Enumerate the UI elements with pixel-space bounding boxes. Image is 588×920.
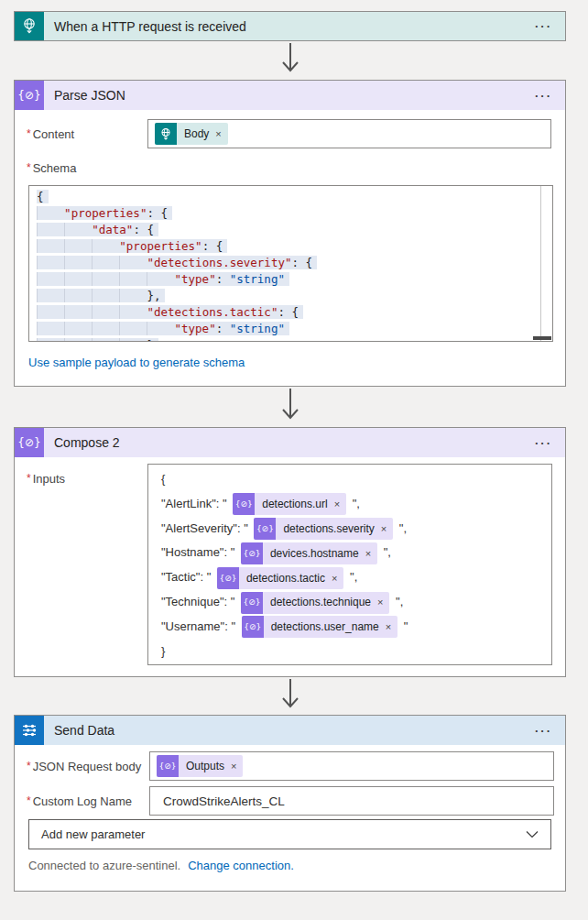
inputs-label: *Inputs — [27, 464, 147, 665]
token-detections.user_name[interactable]: {⊘}detections.user_name× — [242, 616, 398, 638]
token-detections.technique[interactable]: {⊘}detections.technique× — [241, 592, 390, 614]
compose-menu-button[interactable]: ··· — [522, 428, 565, 457]
token-remove-icon[interactable]: × — [361, 542, 377, 564]
inputs-editor[interactable]: { "AlertLink": " {⊘}detections.url× ","A… — [147, 464, 552, 665]
compose-card: {⊘} Compose 2 ··· *Inputs { "AlertLink":… — [14, 427, 566, 677]
compose-row: "Hostname": " {⊘}devices.hostname× ", — [161, 541, 551, 565]
token-label: detections.url — [255, 493, 329, 515]
token-detections.severity[interactable]: {⊘}detections.severity× — [254, 518, 393, 540]
data-operation-icon: {⊘} — [241, 592, 263, 614]
connector-arrow — [14, 677, 566, 715]
schema-code-line: } — [37, 337, 552, 342]
sliders-icon — [15, 716, 44, 745]
data-operation-icon: {⊘} — [15, 81, 44, 110]
data-operation-icon: {⊘} — [217, 567, 239, 589]
parse-json-card: {⊘} Parse JSON ··· *Content — [14, 80, 566, 387]
data-operation-icon: {⊘} — [233, 493, 255, 515]
compose-open-brace: { — [161, 467, 551, 492]
schema-code-line: "properties": { — [37, 238, 552, 255]
parse-json-title: Parse JSON — [44, 81, 522, 110]
token-devices.hostname[interactable]: {⊘}devices.hostname× — [241, 542, 377, 564]
parse-json-menu-button[interactable]: ··· — [522, 81, 565, 110]
log-name-input[interactable]: CrowdStrikeAlerts_CL — [149, 786, 554, 816]
schema-code-line: "detections.severity": { — [37, 255, 552, 271]
token-label: Outputs — [179, 760, 226, 772]
compose-row: "AlertSeverity": " {⊘}detections.severit… — [161, 517, 551, 542]
log-name-label: *Custom Log Name — [27, 786, 149, 816]
connection-row: Connected to azure-sentinel.Change conne… — [28, 859, 551, 872]
compose-row: "Technique": " {⊘}detections.technique× … — [161, 590, 551, 615]
send-data-title: Send Data — [44, 716, 522, 745]
token-body[interactable]: Body × — [155, 123, 228, 145]
token-label: detections.user_name — [264, 616, 381, 638]
trigger-menu-button[interactable]: ··· — [522, 12, 565, 40]
content-field-row: *Content Body × — [15, 119, 565, 148]
inputs-field-row: *Inputs { "AlertLink": " {⊘}detections.u… — [15, 464, 565, 665]
token-remove-icon[interactable]: × — [226, 761, 243, 772]
log-name-field-row: *Custom Log Name CrowdStrikeAlerts_CL — [15, 786, 565, 816]
trigger-title: When a HTTP request is received — [44, 12, 522, 40]
required-marker: * — [27, 472, 31, 485]
send-data-card: Send Data ··· *JSON Request body {⊘} Out… — [14, 715, 566, 892]
json-body-input[interactable]: {⊘} Outputs × — [149, 751, 554, 781]
json-body-field-row: *JSON Request body {⊘} Outputs × — [15, 751, 565, 781]
compose-row: "AlertLink": " {⊘}detections.url× ", — [161, 492, 551, 517]
compose-header[interactable]: {⊘} Compose 2 ··· — [15, 428, 565, 457]
flow-canvas: When a HTTP request is received ··· {⊘} … — [0, 0, 588, 920]
token-detections.tactic[interactable]: {⊘}detections.tactic× — [217, 567, 343, 589]
connection-status: Connected to azure-sentinel. — [28, 859, 180, 872]
token-remove-icon[interactable]: × — [327, 567, 343, 589]
token-remove-icon[interactable]: × — [330, 493, 346, 515]
required-marker: * — [27, 127, 31, 140]
add-parameter-dropdown[interactable]: Add new parameter — [28, 819, 551, 849]
chevron-down-icon — [526, 830, 539, 838]
token-remove-icon[interactable]: × — [376, 518, 393, 540]
compose-title: Compose 2 — [44, 428, 522, 457]
compose-close-brace: } — [161, 640, 551, 664]
required-marker: * — [27, 794, 31, 807]
trigger-card-header[interactable]: When a HTTP request is received ··· — [15, 12, 565, 40]
required-marker: * — [27, 161, 31, 174]
send-data-menu-button[interactable]: ··· — [522, 716, 565, 745]
sample-payload-link-row: Use sample payload to generate schema — [28, 354, 551, 368]
compose-rows: "AlertLink": " {⊘}detections.url× ","Ale… — [161, 492, 551, 640]
add-parameter-label: Add new parameter — [41, 827, 526, 841]
compose-row: "Username": " {⊘}detections.user_name× " — [161, 615, 551, 640]
schema-scrollbar-thumb[interactable] — [533, 336, 551, 340]
send-data-header[interactable]: Send Data ··· — [15, 716, 565, 745]
http-request-icon — [15, 12, 44, 40]
token-remove-icon[interactable]: × — [211, 128, 227, 139]
compose-row: "Tactic": " {⊘}detections.tactic× ", — [161, 565, 551, 590]
parse-json-header[interactable]: {⊘} Parse JSON ··· — [15, 81, 565, 110]
token-label: detections.severity — [276, 518, 376, 540]
content-label: *Content — [27, 119, 147, 148]
schema-code-line: }, — [37, 288, 552, 304]
data-operation-icon: {⊘} — [254, 518, 276, 540]
schema-editor[interactable]: { "properties": { "data": { "properties"… — [28, 185, 553, 342]
schema-code-line: "properties": { — [37, 205, 552, 222]
connector-arrow — [14, 41, 566, 80]
token-label: detections.technique — [263, 592, 373, 614]
sample-payload-link[interactable]: Use sample payload to generate schema — [28, 356, 245, 369]
schema-scrollbar[interactable] — [540, 186, 552, 341]
schema-code-line: "type": "string" — [37, 271, 552, 288]
token-outputs[interactable]: {⊘} Outputs × — [157, 755, 243, 777]
token-remove-icon[interactable]: × — [373, 592, 389, 614]
json-body-label: *JSON Request body — [27, 751, 149, 781]
token-detections.url[interactable]: {⊘}detections.url× — [233, 493, 346, 515]
data-operation-icon: {⊘} — [15, 428, 44, 457]
schema-code-line: { — [37, 189, 552, 205]
http-request-icon — [155, 123, 177, 145]
data-operation-icon: {⊘} — [157, 755, 179, 777]
connector-arrow — [14, 387, 566, 427]
schema-label: *Schema — [15, 161, 565, 176]
schema-code: { "properties": { "data": { "properties"… — [29, 186, 552, 342]
schema-code-line: "type": "string" — [37, 321, 552, 337]
token-label: Body — [177, 127, 211, 140]
token-remove-icon[interactable]: × — [381, 616, 397, 638]
token-label: detections.tactic — [239, 567, 327, 589]
change-connection-link[interactable]: Change connection. — [188, 859, 294, 872]
content-input[interactable]: Body × — [147, 119, 551, 148]
data-operation-icon: {⊘} — [241, 542, 263, 564]
schema-code-line: "data": { — [37, 222, 552, 238]
